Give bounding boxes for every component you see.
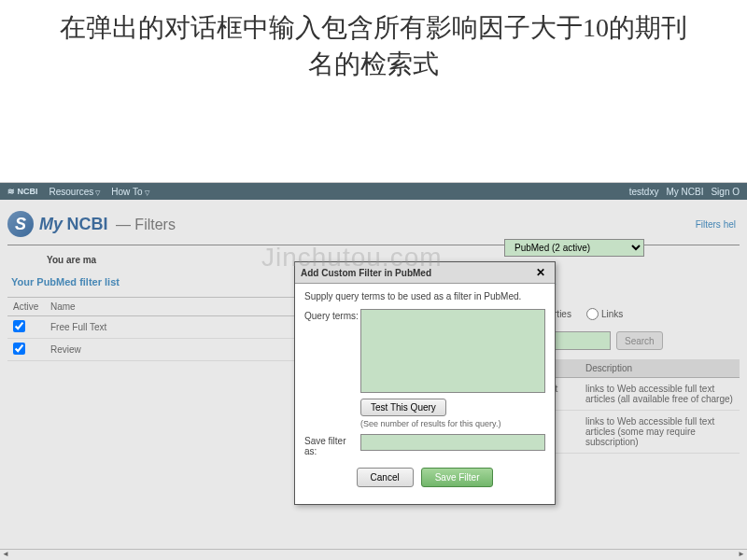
username-link[interactable]: testdxy bbox=[629, 187, 659, 197]
radio-links[interactable]: Links bbox=[586, 308, 623, 320]
modal-description: Supply query terms to be used as a filte… bbox=[304, 291, 545, 301]
save-as-input[interactable] bbox=[360, 434, 545, 451]
modal-title: Add Custom Filter in PubMed bbox=[301, 268, 431, 278]
slide-title: 在弹出的对话框中输入包含所有影响因子大于10的期刊名的检索式 bbox=[0, 0, 747, 96]
search-button[interactable]: Search bbox=[616, 331, 663, 350]
page-title-my: My bbox=[39, 215, 63, 233]
ncbi-top-bar: ≋ NCBI Resources▽ How To▽ testdxy My NCB… bbox=[0, 183, 747, 200]
test-query-button[interactable]: Test This Query bbox=[360, 399, 446, 416]
active-checkbox[interactable] bbox=[13, 320, 25, 332]
myncbi-link[interactable]: My NCBI bbox=[666, 187, 703, 197]
query-terms-label: Query terms: bbox=[304, 309, 360, 393]
save-as-label: Save filter as: bbox=[304, 434, 360, 456]
result-desc: links to Web accessible full text articl… bbox=[580, 378, 740, 411]
howto-menu[interactable]: How To▽ bbox=[111, 187, 148, 197]
save-filter-button[interactable]: Save Filter bbox=[421, 468, 494, 487]
col-active: Active bbox=[7, 298, 45, 316]
filters-help-link[interactable]: Filters hel bbox=[696, 219, 736, 230]
query-terms-input[interactable] bbox=[360, 309, 545, 393]
ncbi-logo: ≋ NCBI bbox=[7, 187, 38, 196]
result-desc: links to Web accessible full text articl… bbox=[580, 411, 740, 454]
ncbi-logo-icon: S bbox=[7, 211, 34, 237]
page-title-ncbi: NCBI bbox=[66, 215, 107, 233]
add-filter-modal: Add Custom Filter in PubMed ✕ Supply que… bbox=[294, 261, 556, 505]
test-query-hint: (See number of results for this query.) bbox=[360, 416, 545, 434]
chevron-down-icon: ▽ bbox=[145, 189, 149, 196]
active-checkbox[interactable] bbox=[13, 343, 25, 355]
page-header: S My NCBI — Filters Filters hel bbox=[0, 200, 747, 245]
cancel-button[interactable]: Cancel bbox=[357, 468, 414, 487]
chevron-down-icon: ▽ bbox=[95, 189, 100, 196]
close-icon[interactable]: ✕ bbox=[532, 266, 549, 279]
page-subtitle: — Filters bbox=[116, 217, 176, 232]
resources-menu[interactable]: Resources▽ bbox=[49, 187, 101, 197]
horizontal-scrollbar[interactable] bbox=[0, 549, 747, 560]
col-description: Description bbox=[580, 359, 740, 378]
signout-link[interactable]: Sign O bbox=[711, 187, 740, 197]
database-select[interactable]: PubMed (2 active) bbox=[504, 239, 644, 257]
modal-titlebar: Add Custom Filter in PubMed ✕ bbox=[295, 262, 555, 284]
